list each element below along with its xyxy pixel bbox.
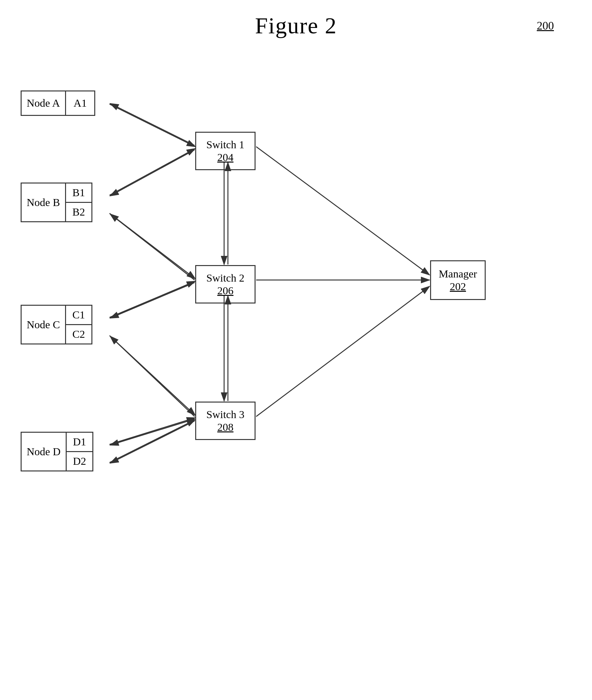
- svg-line-12: [109, 418, 195, 444]
- node-d-port-d1: D1: [67, 433, 93, 452]
- node-d-label: Node D: [21, 433, 67, 470]
- switch-1-num: 204: [217, 151, 234, 163]
- switch-2: Switch 2 206: [195, 265, 255, 303]
- ref-number: 200: [537, 19, 554, 32]
- node-a-label: Node A: [21, 91, 66, 115]
- node-c-label: Node C: [21, 306, 66, 344]
- svg-line-5: [110, 150, 195, 196]
- switch-2-num: 206: [217, 285, 234, 297]
- svg-line-10: [109, 336, 195, 415]
- switch-3-num: 208: [217, 421, 234, 433]
- node-a-ports: A1: [66, 91, 95, 115]
- node-c-port-c1: C1: [66, 306, 91, 325]
- switch-1-name: Switch 1: [206, 138, 244, 151]
- switch-3: Switch 3 208: [195, 402, 255, 440]
- svg-line-2: [109, 104, 195, 147]
- node-b-ports: B1 B2: [66, 184, 91, 221]
- svg-line-22: [256, 286, 430, 416]
- svg-line-7: [110, 214, 195, 280]
- switch-1: Switch 1 204: [195, 132, 255, 170]
- node-b-port-b2: B2: [66, 203, 91, 221]
- switch-2-name: Switch 2: [206, 272, 244, 285]
- node-d-port-d2: D2: [67, 452, 93, 470]
- node-c-port-c2: C2: [66, 325, 91, 344]
- node-d-ports: D1 D2: [67, 433, 93, 470]
- svg-line-9: [110, 283, 195, 318]
- svg-line-14: [109, 420, 195, 462]
- svg-line-20: [256, 147, 430, 275]
- manager-num: 202: [450, 281, 466, 293]
- svg-line-3: [110, 103, 195, 145]
- node-c-ports: C1 C2: [66, 306, 91, 344]
- svg-line-6: [109, 213, 195, 279]
- manager-name: Manager: [439, 268, 477, 281]
- node-a: Node A A1: [20, 91, 95, 116]
- svg-line-13: [110, 419, 195, 445]
- svg-line-4: [109, 149, 195, 195]
- page-title: Figure 2: [0, 0, 592, 39]
- node-b-port-b1: B1: [66, 184, 91, 203]
- node-d: Node D D1 D2: [20, 432, 93, 471]
- svg-line-11: [110, 336, 195, 416]
- svg-line-15: [110, 421, 195, 463]
- node-a-port-a1: A1: [66, 91, 95, 115]
- svg-line-8: [109, 281, 195, 317]
- manager: Manager 202: [430, 260, 486, 300]
- node-b: Node B B1 B2: [20, 183, 92, 222]
- switch-3-name: Switch 3: [206, 408, 244, 421]
- node-b-label: Node B: [21, 184, 66, 221]
- node-c: Node C C1 C2: [20, 305, 92, 344]
